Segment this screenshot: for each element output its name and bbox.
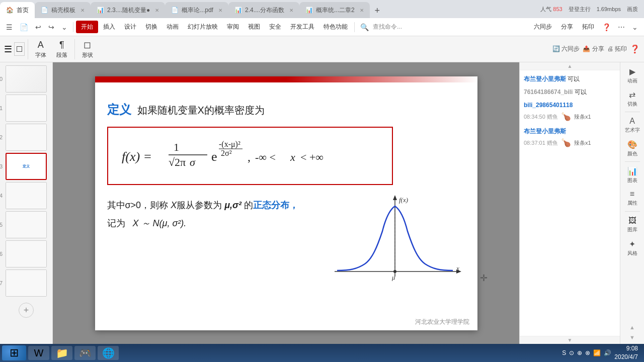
rt-animation-label: 动画 <box>627 77 637 84</box>
menu-dev[interactable]: 开发工具 <box>286 21 318 33</box>
game-taskbar-icon[interactable]: 🎮 <box>74 346 96 360</box>
slide-15-thumb[interactable] <box>6 211 47 238</box>
svg-text:f(x): f(x) <box>399 196 408 204</box>
help-icon[interactable]: ❓ <box>599 21 614 33</box>
menu-insert[interactable]: 插入 <box>99 21 119 33</box>
tab-dist-icon: 📊 <box>234 7 242 14</box>
rt-transition-btn[interactable]: ⇄ 切换 <box>622 87 642 110</box>
slide-12-thumb[interactable] <box>6 124 47 151</box>
menu-security[interactable]: 安全 <box>265 21 285 33</box>
chat-msg-4: 布兰登小里弗斯 08:37:01 赠鱼 🍗 辣条x1 <box>524 127 616 149</box>
rt-chart-btn[interactable]: 📊 图表 <box>622 164 642 186</box>
menu-bar: ☰ 📄 ↩ ↪ ⌄ 开始 插入 设计 切换 动画 幻灯片放映 审阅 视图 安全 … <box>0 18 644 36</box>
view-icon[interactable]: □ <box>14 42 25 56</box>
cursor-indicator: ✛ <box>480 273 488 284</box>
menu-transition[interactable]: 切换 <box>141 21 162 33</box>
chevron-icon[interactable]: ⌄ <box>629 21 641 33</box>
rt-color-label: 颜色 <box>627 150 637 157</box>
search-icon[interactable]: 🔍 <box>357 21 372 33</box>
sync-btn[interactable]: 🔄 六同步 <box>552 45 580 53</box>
rt-gallery-btn[interactable]: 🖼 图库 <box>622 214 642 236</box>
rt-scroll-up[interactable]: ▲ <box>629 323 635 332</box>
menu-view[interactable]: 视图 <box>244 21 264 33</box>
chat-name-2: 76164186674_bili <box>524 88 573 96</box>
slide-10-thumb[interactable] <box>6 65 47 93</box>
menu-expand[interactable]: 拓印 <box>578 21 598 33</box>
tab-random[interactable]: 📊 2.3....随机变量● ✕ <box>91 2 165 18</box>
menu-review[interactable]: 审阅 <box>223 21 243 33</box>
more-icon[interactable]: ⌄ <box>58 21 70 33</box>
tab-dist-close[interactable]: ✕ <box>289 8 293 13</box>
svg-marker-20 <box>393 195 397 200</box>
hamburger-icon[interactable]: ☰ <box>3 21 16 33</box>
tab-stats-close[interactable]: ✕ <box>360 8 364 13</box>
tab-dist[interactable]: 📊 2.4....分布函数 ✕ <box>228 2 299 18</box>
slide-13-thumb[interactable]: 定义 <box>6 153 47 180</box>
more2-icon[interactable]: ⋯ <box>615 21 628 33</box>
menu-slideshow[interactable]: 幻灯片放映 <box>184 21 222 33</box>
add-slide-button[interactable]: + <box>19 303 34 318</box>
rt-transition-label: 切换 <box>627 101 637 108</box>
popularity-info: 人气 853 <box>540 6 562 13</box>
tab-template[interactable]: 📄 稿壳模板 ✕ <box>35 2 91 18</box>
sep1 <box>73 22 73 32</box>
slide-top-bar <box>95 76 477 82</box>
browser-taskbar-icon[interactable]: 🌐 <box>98 346 119 360</box>
tab-template-close[interactable]: ✕ <box>80 8 85 13</box>
file-icon[interactable]: 📄 <box>17 21 31 33</box>
redo-icon[interactable]: ↪ <box>45 21 57 33</box>
tab-template-label: 稿壳模板 <box>51 6 75 15</box>
tb-para-group[interactable]: ¶ 段落 <box>52 38 71 61</box>
tab-stats[interactable]: 📊 概率统...二章2 ✕ <box>299 2 370 18</box>
tab-pdf-close[interactable]: ✕ <box>218 8 222 13</box>
art-icon: A <box>629 117 635 126</box>
menu-design[interactable]: 设计 <box>120 21 140 33</box>
wps-taskbar-icon[interactable]: W <box>28 346 49 360</box>
slide-16-thumb[interactable] <box>6 240 47 267</box>
rt-props-btn[interactable]: ≡ 属性 <box>622 187 642 209</box>
slide-13-wrapper: 13 定义 <box>6 153 47 180</box>
clock-time: 9:08 <box>614 344 638 353</box>
start-button[interactable]: ⊞ <box>2 345 26 360</box>
slide-canvas[interactable]: 定义 如果随机变量X的概率密度为 f(x) = 1 <box>95 76 477 330</box>
font-icon: A <box>38 40 44 50</box>
tab-random-icon: 📊 <box>97 7 104 14</box>
tb-shape-group[interactable]: ◻ 形状 <box>78 37 97 61</box>
slide-13-num: 13 <box>0 163 3 169</box>
rt-scroll-down[interactable]: ▼ <box>629 333 635 342</box>
slide-11-thumb[interactable] <box>6 95 47 122</box>
svg-text:f(x) =: f(x) = <box>122 149 152 164</box>
tab-pdf[interactable]: 📄 概率论...pdf ✕ <box>165 2 228 18</box>
chat-msg-1: 布兰登小里弗斯 可以 <box>524 74 616 83</box>
tab-stats-label: 概率统...二章2 <box>316 6 355 15</box>
menu-start[interactable]: 开始 <box>76 21 98 33</box>
rt-color-btn[interactable]: 🎨 颜色 <box>622 137 642 159</box>
chat-name-4: 布兰登小里弗斯 <box>524 127 566 136</box>
menu-special[interactable]: 特色功能 <box>319 21 352 33</box>
list-icon[interactable]: ☰ <box>4 44 12 55</box>
rt-animation-btn[interactable]: ▶ 动画 <box>622 64 642 86</box>
rt-style-btn[interactable]: ✦ 风格 <box>622 237 642 259</box>
menu-sync[interactable]: 六同步 <box>530 21 556 33</box>
print-btn[interactable]: 🖨 拓印 <box>607 45 627 53</box>
new-tab-button[interactable]: + <box>370 3 385 18</box>
menu-animation[interactable]: 动画 <box>163 21 183 33</box>
chat-scroll-bottom: ▼ <box>520 336 620 344</box>
tb-font-group[interactable]: A 字体 <box>31 38 50 61</box>
help2-icon[interactable]: ❓ <box>630 44 640 54</box>
svg-text:√2π: √2π <box>169 156 186 168</box>
tab-home[interactable]: 🏠 首页 <box>0 2 35 18</box>
slide-14-thumb[interactable] <box>6 182 47 209</box>
explorer-taskbar-icon[interactable]: 📁 <box>51 346 72 360</box>
slide-17-thumb[interactable] <box>6 269 47 297</box>
rt-art-btn[interactable]: A 艺术字 <box>622 114 642 136</box>
slide-12-num: 12 <box>0 134 3 140</box>
undo-icon[interactable]: ↩ <box>32 21 44 33</box>
svg-text:x: x <box>290 151 295 163</box>
svg-text:1: 1 <box>174 141 179 153</box>
menu-share[interactable]: 分享 <box>557 21 577 33</box>
tab-random-close[interactable]: ✕ <box>155 8 159 13</box>
chat-name-3: bili_29865401118 <box>524 101 573 110</box>
share-btn[interactable]: 📤 分享 <box>583 45 604 53</box>
systray: S ⊙ ⊕ ⊗ 📶 🔊 9:08 2020/4/7 <box>558 344 642 361</box>
